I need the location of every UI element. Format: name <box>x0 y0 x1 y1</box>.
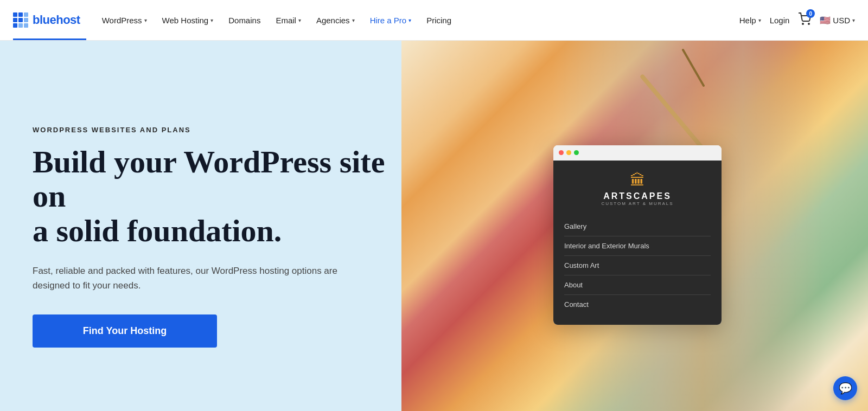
logo-dot <box>18 12 23 17</box>
help-menu[interactable]: Help ▾ <box>739 16 761 25</box>
artscapes-house-icon: 🏛 <box>630 171 645 189</box>
logo-grid-icon <box>13 12 28 28</box>
artscapes-menu: Gallery Interior and Exterior Murals Cus… <box>564 217 711 314</box>
menu-item-gallery: Gallery <box>564 217 711 236</box>
browser-minimize-dot <box>566 150 571 155</box>
chevron-down-icon: ▾ <box>144 17 147 23</box>
nav-item-domains[interactable]: Domains <box>222 11 267 29</box>
logo-dot <box>24 23 28 28</box>
nav-item-email[interactable]: Email ▾ <box>269 11 308 29</box>
svg-point-0 <box>802 23 803 24</box>
chat-button[interactable]: 💬 <box>833 376 857 400</box>
chevron-down-icon: ▾ <box>210 17 213 23</box>
artscapes-browser-mockup: 🏛 ARTSCAPES CUSTOM ART & MURALS Gallery … <box>553 145 722 325</box>
svg-point-1 <box>808 23 809 24</box>
browser-maximize-dot <box>574 150 579 155</box>
nav-item-web-hosting[interactable]: Web Hosting ▾ <box>156 11 220 29</box>
nav-item-agencies[interactable]: Agencies ▾ <box>310 11 361 29</box>
hero-title: Build your WordPress site on a solid fou… <box>33 145 391 248</box>
logo-dot <box>18 23 23 28</box>
logo-dot <box>24 12 28 17</box>
chevron-down-icon: ▾ <box>298 17 301 23</box>
nav-right: Help ▾ Login 0 🇺🇸 USD ▾ <box>739 12 855 28</box>
navbar-underline-indicator <box>13 38 86 40</box>
menu-item-murals: Interior and Exterior Murals <box>564 236 711 256</box>
login-button[interactable]: Login <box>770 16 790 25</box>
browser-close-dot <box>559 150 564 155</box>
nav-item-pricing[interactable]: Pricing <box>420 11 458 29</box>
artscapes-name: ARTSCAPES <box>603 191 672 201</box>
chevron-down-icon: ▾ <box>352 17 355 23</box>
logo-dot <box>24 18 28 22</box>
chevron-down-icon: ▾ <box>852 17 855 23</box>
cart-badge: 0 <box>806 9 815 18</box>
nav-item-hire-a-pro[interactable]: Hire a Pro ▾ <box>363 11 418 29</box>
chat-icon: 💬 <box>839 382 852 395</box>
logo[interactable]: bluehost <box>13 12 80 28</box>
hero-eyebrow: WORDPRESS WEBSITES AND PLANS <box>33 126 391 134</box>
logo-dot <box>13 23 17 28</box>
menu-item-about: About <box>564 275 711 295</box>
cart-button[interactable]: 0 <box>798 12 811 28</box>
flag-icon: 🇺🇸 <box>820 15 831 25</box>
artscapes-sub: CUSTOM ART & MURALS <box>601 201 673 206</box>
menu-item-contact: Contact <box>564 295 711 314</box>
nav-items: WordPress ▾ Web Hosting ▾ Domains Email … <box>95 11 739 29</box>
browser-content: 🏛 ARTSCAPES CUSTOM ART & MURALS Gallery … <box>553 160 722 325</box>
hero-content: WORDPRESS WEBSITES AND PLANS Build your … <box>0 41 423 411</box>
chevron-down-icon: ▾ <box>758 17 761 23</box>
logo-text: bluehost <box>33 13 80 27</box>
artscapes-logo: 🏛 ARTSCAPES CUSTOM ART & MURALS <box>564 171 711 206</box>
logo-dot <box>18 18 23 22</box>
hero-subtitle: Fast, reliable and packed with features,… <box>33 264 347 293</box>
hero-section: WORDPRESS WEBSITES AND PLANS Build your … <box>0 41 868 411</box>
navbar: bluehost WordPress ▾ Web Hosting ▾ Domai… <box>0 0 868 41</box>
logo-dot <box>13 18 17 22</box>
nav-item-wordpress[interactable]: WordPress ▾ <box>95 11 154 29</box>
menu-item-custom-art: Custom Art <box>564 256 711 275</box>
chevron-down-icon: ▾ <box>409 17 411 23</box>
browser-bar <box>553 145 722 160</box>
find-hosting-button[interactable]: Find Your Hosting <box>33 314 217 348</box>
currency-selector[interactable]: 🇺🇸 USD ▾ <box>820 15 855 25</box>
logo-dot <box>13 12 17 17</box>
